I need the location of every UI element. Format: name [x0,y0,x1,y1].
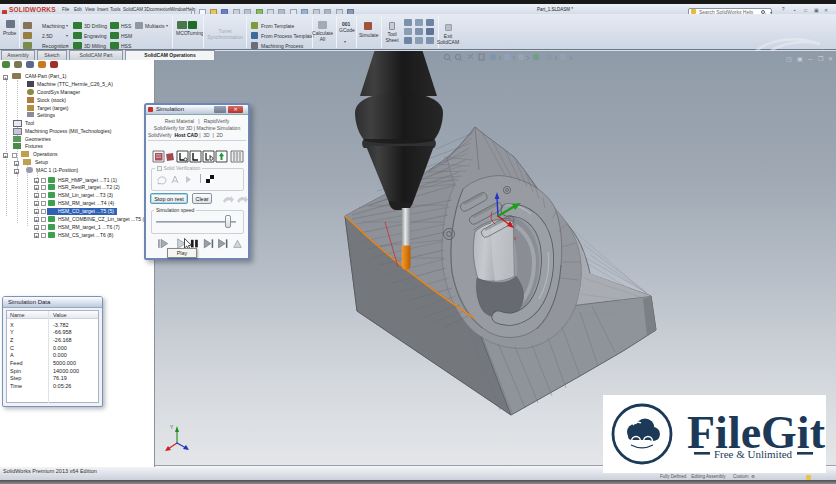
svg-text:Free & Unlimited: Free & Unlimited [714,448,793,460]
